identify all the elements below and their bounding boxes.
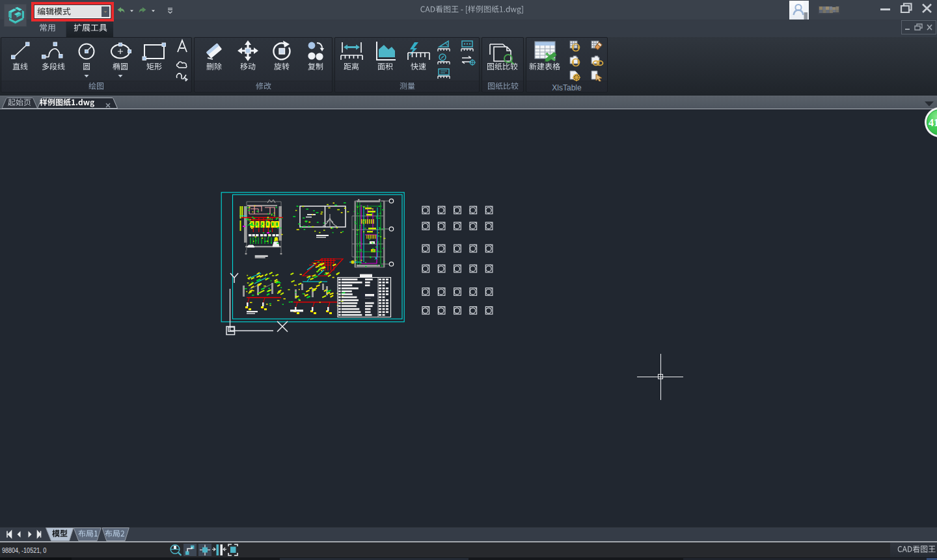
svg-text:41: 41	[929, 117, 937, 128]
